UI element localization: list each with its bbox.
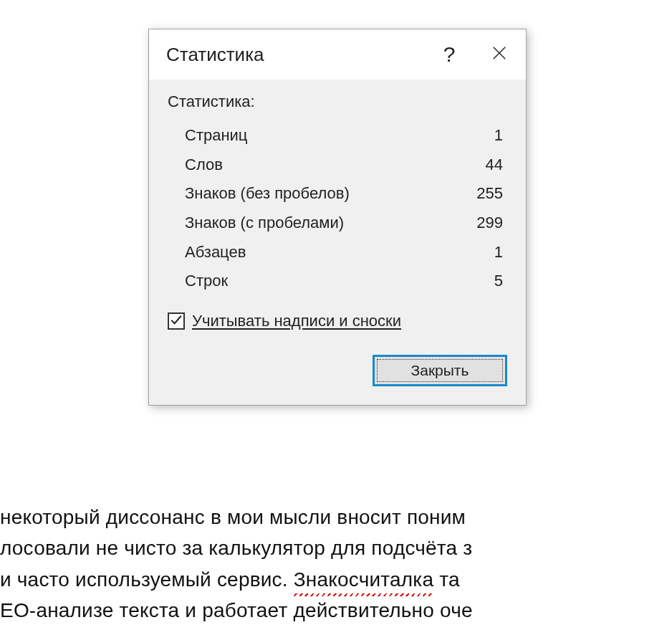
stat-value: 44 xyxy=(486,151,503,180)
dialog-footer: Закрыть xyxy=(149,339,526,405)
dialog-title: Статистика xyxy=(166,44,424,66)
stat-value: 299 xyxy=(476,209,503,238)
dialog-body: Статистика: Страниц1Слов44Знаков (без пр… xyxy=(149,80,526,339)
statistics-dialog: Статистика ? Статистика: Страниц1Слов44З… xyxy=(148,29,527,406)
doc-line: и часто используемый сервис. Знакосчитал… xyxy=(0,564,473,595)
close-icon xyxy=(491,43,507,66)
stat-label: Знаков (без пробелов) xyxy=(185,179,350,209)
stat-row: Строк5 xyxy=(185,267,503,296)
include-textboxes-row: Учитывать надписи и сноски xyxy=(168,312,507,330)
stats-list: Страниц1Слов44Знаков (без пробелов)255Зн… xyxy=(168,121,507,296)
stat-row: Абзацев1 xyxy=(185,238,503,267)
document-text: некоторый диссонанс в мои мысли вносит п… xyxy=(0,502,473,626)
include-textboxes-label[interactable]: Учитывать надписи и сноски xyxy=(192,312,401,330)
stat-value: 5 xyxy=(494,267,503,296)
stat-label: Знаков (с пробелами) xyxy=(185,209,344,238)
doc-line: некоторый диссонанс в мои мысли вносит п… xyxy=(0,502,473,533)
check-icon xyxy=(170,313,183,329)
stat-label: Страниц xyxy=(185,121,247,151)
close-button[interactable]: Закрыть xyxy=(373,355,507,386)
stat-row: Знаков (без пробелов)255 xyxy=(185,179,503,209)
stat-value: 255 xyxy=(476,179,503,209)
help-button[interactable]: ? xyxy=(424,29,474,80)
stat-label: Слов xyxy=(185,151,223,180)
doc-line: лосовали не чисто за калькулятор для под… xyxy=(0,533,473,563)
stat-value: 1 xyxy=(494,238,503,267)
include-textboxes-checkbox[interactable] xyxy=(168,312,185,330)
spellcheck-error[interactable]: Знакосчиталка xyxy=(294,564,433,595)
stat-label: Строк xyxy=(185,267,228,296)
dialog-titlebar: Статистика ? xyxy=(149,29,526,80)
section-label: Статистика: xyxy=(168,92,507,111)
stat-value: 1 xyxy=(494,121,503,151)
stat-row: Знаков (с пробелами)299 xyxy=(185,209,503,238)
stat-row: Страниц1 xyxy=(185,121,503,151)
help-icon: ? xyxy=(443,42,456,67)
stat-row: Слов44 xyxy=(185,151,503,180)
doc-line: ЕО-анализе текста и работает действитель… xyxy=(0,595,473,626)
close-window-button[interactable] xyxy=(474,29,524,80)
stat-label: Абзацев xyxy=(185,238,246,267)
